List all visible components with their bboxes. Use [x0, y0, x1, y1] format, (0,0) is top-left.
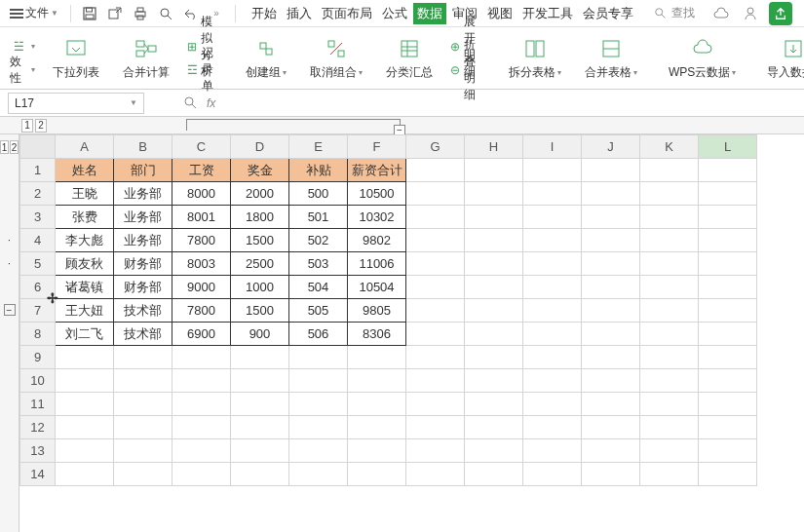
cell-E2[interactable]: 500: [289, 182, 348, 206]
row-header-13[interactable]: 13: [20, 439, 56, 463]
cell-J6[interactable]: [582, 276, 640, 299]
cell-E6[interactable]: 504: [289, 276, 348, 299]
row-header-4[interactable]: 4: [20, 229, 56, 252]
cell-D4[interactable]: 1500: [231, 229, 289, 252]
cell-A14[interactable]: [56, 463, 114, 486]
cell-K10[interactable]: [640, 369, 699, 393]
cell-F7[interactable]: 9805: [348, 299, 406, 323]
cell-E4[interactable]: 502: [289, 229, 348, 252]
col-header-H[interactable]: H: [465, 135, 523, 159]
cell-G9[interactable]: [406, 346, 465, 369]
cell-A5[interactable]: 顾友秋: [56, 252, 114, 276]
cell-I2[interactable]: [523, 182, 582, 206]
preview-icon[interactable]: [155, 3, 176, 24]
cell-I5[interactable]: [523, 252, 582, 276]
cell-E7[interactable]: 505: [289, 299, 348, 323]
row-header-8[interactable]: 8: [20, 323, 56, 346]
cell-D5[interactable]: 2500: [231, 252, 289, 276]
cell-K4[interactable]: [640, 229, 699, 252]
cell-F5[interactable]: 11006: [348, 252, 406, 276]
share-button[interactable]: [769, 2, 792, 25]
row-header-12[interactable]: 12: [20, 416, 56, 439]
cell-F12[interactable]: [348, 416, 406, 439]
cell-F4[interactable]: 9802: [348, 229, 406, 252]
cell-J4[interactable]: [582, 229, 640, 252]
col-header-C[interactable]: C: [172, 135, 231, 159]
col-outline-level-2[interactable]: 2: [35, 119, 47, 133]
cell-B9[interactable]: [114, 346, 172, 369]
cell-B14[interactable]: [114, 463, 172, 486]
row-header-3[interactable]: 3: [20, 206, 56, 229]
cell-F9[interactable]: [348, 346, 406, 369]
cell-E3[interactable]: 501: [289, 206, 348, 229]
tab-6[interactable]: 视图: [483, 3, 517, 24]
cell-F6[interactable]: 10504: [348, 276, 406, 299]
col-header-A[interactable]: A: [56, 135, 114, 159]
output-icon[interactable]: [104, 3, 126, 24]
main-menu-button[interactable]: 文件 ▼: [6, 3, 62, 23]
cell-I10[interactable]: [523, 369, 582, 393]
row-header-9[interactable]: 9: [20, 346, 56, 369]
cell-C12[interactable]: [172, 416, 231, 439]
cell-K3[interactable]: [640, 206, 699, 229]
cell-A11[interactable]: [56, 393, 114, 416]
tab-7[interactable]: 开发工具: [518, 3, 577, 24]
formula-bar[interactable]: [223, 95, 613, 112]
col-header-D[interactable]: D: [231, 135, 289, 159]
cell-F3[interactable]: 10302: [348, 206, 406, 229]
cell-J13[interactable]: [582, 439, 640, 463]
row-outline-level-2[interactable]: 2: [10, 140, 19, 154]
cell-B6[interactable]: 财务部: [114, 276, 172, 299]
subtotal-button[interactable]: 分类汇总: [382, 33, 437, 83]
cell-G1[interactable]: [406, 159, 465, 182]
cell-K13[interactable]: [640, 439, 699, 463]
cell-G10[interactable]: [406, 369, 465, 393]
cell-J2[interactable]: [582, 182, 640, 206]
cell-G12[interactable]: [406, 416, 465, 439]
cell-A9[interactable]: [56, 346, 114, 369]
row-outline-level-1[interactable]: 1: [0, 140, 9, 154]
cell-B3[interactable]: 业务部: [114, 206, 172, 229]
cell-G13[interactable]: [406, 439, 465, 463]
cell-J12[interactable]: [582, 416, 640, 439]
col-header-K[interactable]: K: [640, 135, 699, 159]
cell-J14[interactable]: [582, 463, 640, 486]
cell-C14[interactable]: [172, 463, 231, 486]
cloud-icon[interactable]: [710, 3, 732, 24]
cell-L3[interactable]: [699, 206, 757, 229]
search-box[interactable]: 查找: [648, 5, 701, 21]
cell-L2[interactable]: [699, 182, 757, 206]
cell-H10[interactable]: [465, 369, 523, 393]
save-icon[interactable]: [79, 3, 100, 24]
cell-E14[interactable]: [289, 463, 348, 486]
cell-B10[interactable]: [114, 369, 172, 393]
cell-L1[interactable]: [699, 159, 757, 182]
validity-label[interactable]: 效性▾: [8, 58, 37, 82]
group-button[interactable]: 创建组▾: [242, 33, 290, 83]
cell-L7[interactable]: [699, 299, 757, 323]
cell-J3[interactable]: [582, 206, 640, 229]
cell-C13[interactable]: [172, 439, 231, 463]
cell-E12[interactable]: [289, 416, 348, 439]
cell-K7[interactable]: [640, 299, 699, 323]
cell-A6[interactable]: 诸葛镇: [56, 276, 114, 299]
cell-K6[interactable]: [640, 276, 699, 299]
cell-H1[interactable]: [465, 159, 523, 182]
cell-G3[interactable]: [406, 206, 465, 229]
cell-C9[interactable]: [172, 346, 231, 369]
row-header-5[interactable]: 5: [20, 252, 56, 276]
cell-L4[interactable]: [699, 229, 757, 252]
cell-I9[interactable]: [523, 346, 582, 369]
cell-H4[interactable]: [465, 229, 523, 252]
row-header-1[interactable]: 1: [20, 159, 56, 182]
cell-D14[interactable]: [231, 463, 289, 486]
cell-F13[interactable]: [348, 439, 406, 463]
col-outline-level-1[interactable]: 1: [21, 119, 33, 133]
cell-D8[interactable]: 900: [231, 323, 289, 346]
cell-A12[interactable]: [56, 416, 114, 439]
cell-D10[interactable]: [231, 369, 289, 393]
cell-L9[interactable]: [699, 346, 757, 369]
cell-L12[interactable]: [699, 416, 757, 439]
cell-L8[interactable]: [699, 323, 757, 346]
user-icon[interactable]: [740, 3, 761, 24]
